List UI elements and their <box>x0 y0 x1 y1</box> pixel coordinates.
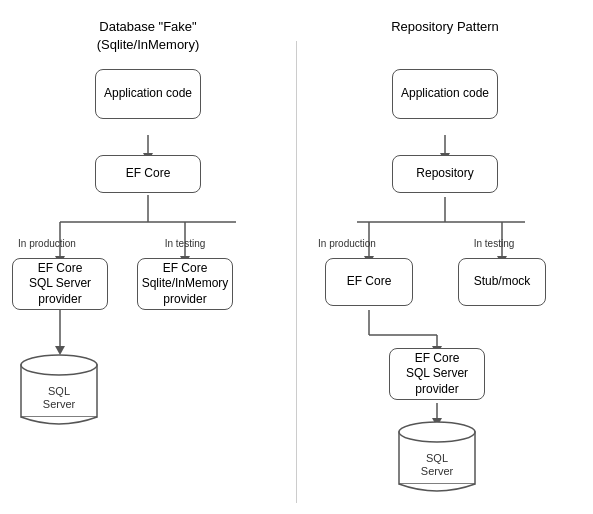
right-ef-core-box: EF Core <box>325 258 413 306</box>
left-app-code-label: Application code <box>104 86 192 102</box>
right-in-production-text: In production <box>318 238 376 249</box>
right-app-code-box: Application code <box>392 69 498 119</box>
left-title-text: Database "Fake" <box>99 19 196 34</box>
right-stub-mock-box: Stub/mock <box>458 258 546 306</box>
right-title-text: Repository Pattern <box>391 19 499 34</box>
left-ef-core-box: EF Core <box>95 155 201 193</box>
right-stub-mock-label: Stub/mock <box>474 274 531 290</box>
right-repository-label: Repository <box>416 166 473 182</box>
svg-text:SQL: SQL <box>426 452 448 464</box>
left-app-code-box: Application code <box>95 69 201 119</box>
left-diagram: Database "Fake" (Sqlite/InMemory) Applic… <box>0 0 296 514</box>
right-in-production-label: In production <box>307 238 387 249</box>
left-provider1-box: EF Core SQL Server provider <box>12 258 108 310</box>
left-in-production-label: In production <box>12 238 82 249</box>
right-diagram: Repository Pattern <box>297 0 593 514</box>
left-in-production-text: In production <box>18 238 76 249</box>
left-subtitle-text: (Sqlite/InMemory) <box>97 37 200 52</box>
main-container: Database "Fake" (Sqlite/InMemory) Applic… <box>0 0 593 514</box>
svg-text:SQL: SQL <box>48 385 70 397</box>
svg-text:Server: Server <box>43 398 76 410</box>
svg-text:Server: Server <box>421 465 454 477</box>
left-in-testing-label: In testing <box>155 238 215 249</box>
left-title: Database "Fake" (Sqlite/InMemory) <box>0 8 296 54</box>
left-in-testing-text: In testing <box>165 238 206 249</box>
right-repository-box: Repository <box>392 155 498 193</box>
right-in-testing-label: In testing <box>459 238 529 249</box>
left-provider2-box: EF Core Sqlite/InMemory provider <box>137 258 233 310</box>
right-provider-box: EF Core SQL Server provider <box>389 348 485 400</box>
right-db-cylinder: SQL Server <box>398 420 476 492</box>
left-ef-core-label: EF Core <box>126 166 171 182</box>
svg-point-11 <box>21 355 97 375</box>
right-title: Repository Pattern <box>297 8 593 36</box>
left-db-cylinder: SQL Server <box>20 353 98 425</box>
svg-point-29 <box>399 422 475 442</box>
right-in-testing-text: In testing <box>474 238 515 249</box>
right-ef-core-label: EF Core <box>347 274 392 290</box>
right-app-code-label: Application code <box>401 86 489 102</box>
